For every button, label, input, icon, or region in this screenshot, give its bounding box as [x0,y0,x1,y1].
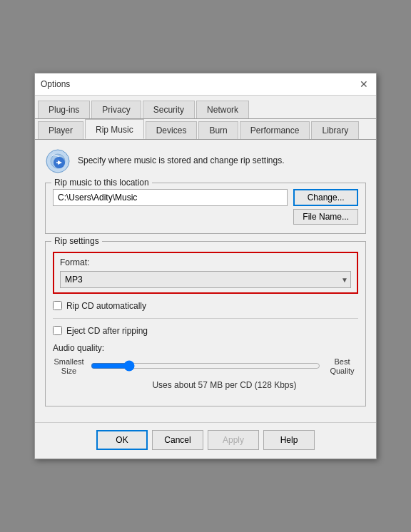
help-button[interactable]: Help [263,430,315,450]
tab-rip-music[interactable]: Rip Music [85,119,144,139]
rip-cd-auto-row: Rip CD automatically [53,301,358,311]
rip-settings-group-label: Rip settings [51,236,102,246]
eject-cd-checkbox[interactable] [53,326,62,335]
bottom-buttons: OK Cancel Apply Help [35,422,376,459]
eject-cd-label[interactable]: Eject CD after ripping [66,326,148,336]
slider-label-left: SmallestSize [53,357,85,376]
tab-burn[interactable]: Burn [198,121,238,139]
tab-privacy[interactable]: Privacy [91,101,141,118]
tabs-row2: Player Rip Music Devices Burn Performanc… [35,119,376,140]
tab-security[interactable]: Security [143,101,195,118]
cd-icon [45,148,71,174]
cancel-button[interactable]: Cancel [152,430,203,450]
rip-cd-auto-checkbox[interactable] [53,301,62,310]
slider-label-right: BestQuality [326,357,358,376]
tab-performance[interactable]: Performance [240,121,310,139]
rip-location-group: Rip music to this location C:\Users\Adit… [45,183,366,234]
format-section: Format: MP3 Windows Media Audio Windows … [53,252,358,294]
apply-button[interactable]: Apply [208,430,259,450]
rip-settings-group: Rip settings Format: MP3 Windows Media A… [45,241,366,406]
tab-network[interactable]: Network [196,101,249,118]
tab-library[interactable]: Library [311,121,359,139]
location-path: C:\Users\Adity\Music [53,189,288,206]
audio-quality-slider[interactable] [91,360,320,372]
title-bar: Options ✕ [35,73,376,96]
eject-cd-row: Eject CD after ripping [53,326,358,336]
options-window: Options ✕ Plug-ins Privacy Security Netw… [34,73,377,459]
tab-plugins[interactable]: Plug-ins [38,101,90,118]
change-button[interactable]: Change... [293,189,358,206]
tab-devices[interactable]: Devices [146,121,198,139]
rip-cd-auto-label[interactable]: Rip CD automatically [66,301,146,311]
tabs-row1: Plug-ins Privacy Security Network [35,96,376,119]
divider [53,318,358,319]
slider-wrapper [91,360,320,374]
content-area: Specify where music is stored and change… [35,140,376,422]
tab-player[interactable]: Player [38,121,83,139]
intro-row: Specify where music is stored and change… [45,148,366,174]
intro-text: Specify where music is stored and change… [78,155,284,167]
rip-location-group-label: Rip music to this location [51,178,152,188]
location-row: C:\Users\Adity\Music Change... File Name… [53,189,358,225]
window-title: Options [41,79,70,89]
audio-quality-label: Audio quality: [53,343,358,353]
ok-button[interactable]: OK [96,430,148,450]
format-select[interactable]: MP3 Windows Media Audio Windows Media Au… [60,271,351,288]
slider-row: SmallestSize BestQuality [53,357,358,376]
format-select-wrapper: MP3 Windows Media Audio Windows Media Au… [60,271,351,288]
close-button[interactable]: ✕ [357,78,370,91]
format-label: Format: [60,257,351,267]
audio-quality-section: Audio quality: SmallestSize BestQuality … [53,343,358,390]
slider-info: Uses about 57 MB per CD (128 Kbps) [91,380,358,390]
filename-button[interactable]: File Name... [293,209,358,225]
location-buttons: Change... File Name... [293,189,358,225]
